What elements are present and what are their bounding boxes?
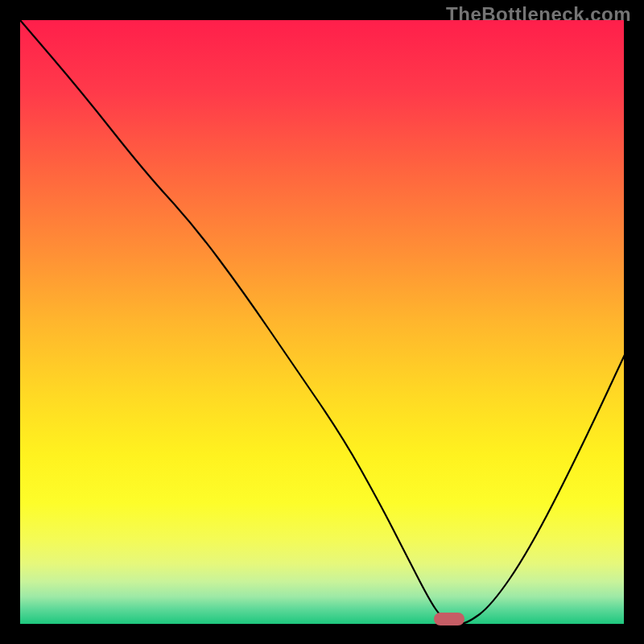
chart-stage: TheBottleneck.com <box>0 0 644 644</box>
plot-area <box>20 20 624 624</box>
bottleneck-curve <box>20 20 624 624</box>
curve-path <box>20 20 624 624</box>
optimal-marker <box>434 613 464 625</box>
